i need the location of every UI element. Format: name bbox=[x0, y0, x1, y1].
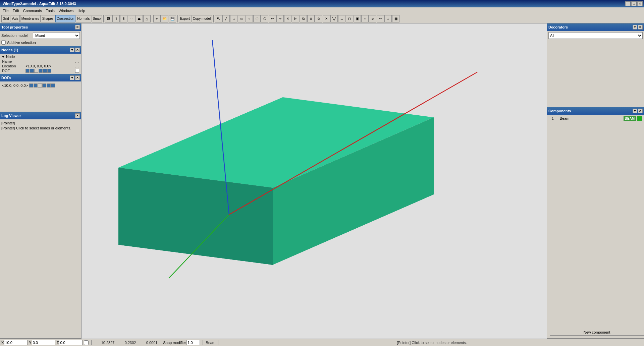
maximize-button[interactable]: □ bbox=[631, 1, 637, 6]
line-tool-btn[interactable]: ╱ bbox=[222, 15, 230, 22]
y-input[interactable] bbox=[32, 340, 55, 345]
toolbar-icon-btn4[interactable]: ↔ bbox=[128, 15, 135, 22]
menu-item-windows[interactable]: Windows bbox=[57, 8, 76, 13]
redo-btn[interactable]: ↪ bbox=[276, 15, 284, 22]
x-label: X bbox=[1, 341, 4, 345]
dof-box-1[interactable] bbox=[25, 69, 30, 73]
rect2-tool-btn[interactable]: ▭ bbox=[238, 15, 245, 22]
export-button[interactable]: Export bbox=[179, 15, 191, 22]
tool-properties-panel: Tool properties ✕ Selection model Mixed … bbox=[0, 23, 81, 46]
toolbar-grid-btn[interactable]: Grid bbox=[1, 15, 10, 22]
dofs-close-btn[interactable]: ✕ bbox=[75, 75, 80, 80]
additive-selection-checkbox[interactable] bbox=[1, 40, 6, 45]
x-input[interactable] bbox=[4, 340, 28, 345]
toolbar-icon-btn1[interactable]: 🖼 bbox=[105, 15, 112, 22]
copy-model-button[interactable]: Copy model bbox=[192, 15, 212, 22]
tool1-btn[interactable]: ⫸ bbox=[292, 15, 299, 22]
location-edit-btn[interactable]: … bbox=[75, 64, 79, 68]
status-checkbox[interactable] bbox=[84, 340, 89, 345]
toolbar-axis-btn[interactable]: Axis bbox=[11, 15, 20, 22]
snap-input[interactable] bbox=[186, 340, 200, 345]
components-expand-btn[interactable]: ▼ bbox=[633, 109, 637, 113]
components-panel: Components ▼ ✕ - 1 Beam BEAM New compone… bbox=[547, 107, 644, 339]
dofs-value: <10.0, 0.0, 0.0> bbox=[2, 83, 28, 88]
dofs-content: <10.0, 0.0, 0.0> bbox=[0, 81, 81, 112]
additive-selection-row: Additive selection bbox=[1, 40, 80, 45]
y-coord: Y bbox=[29, 340, 55, 345]
components-close-btn[interactable]: ✕ bbox=[638, 109, 643, 113]
toolbar-icon-btn3[interactable]: ⬇ bbox=[120, 15, 127, 22]
menu-item-tools[interactable]: Tools bbox=[44, 8, 57, 13]
dof-check[interactable] bbox=[75, 69, 79, 73]
minimize-button[interactable]: ─ bbox=[625, 1, 631, 6]
tool6-btn[interactable]: ╲╱ bbox=[330, 15, 338, 22]
nodes-close-btn[interactable]: ✕ bbox=[75, 48, 80, 52]
tool-properties-close-btn[interactable]: ✕ bbox=[75, 25, 80, 30]
dofs-box-2[interactable] bbox=[34, 83, 38, 88]
decorators-expand-btn[interactable]: ▼ bbox=[633, 25, 637, 30]
dofs-box-5[interactable] bbox=[47, 83, 51, 88]
name-edit-btn[interactable]: … bbox=[75, 59, 79, 63]
dofs-box-1[interactable] bbox=[29, 83, 33, 88]
undo2-btn[interactable]: ↩ bbox=[269, 15, 276, 22]
toolbar-undo-btn[interactable]: ↩ bbox=[153, 15, 161, 22]
tool5-btn[interactable]: ✕ bbox=[323, 15, 330, 22]
dof-row: DOF bbox=[1, 68, 80, 73]
node-expander[interactable]: ▼ bbox=[1, 55, 5, 59]
poly-tool-btn[interactable]: ⬡ bbox=[261, 15, 268, 22]
pointer-tool-btn[interactable]: ↖ bbox=[215, 15, 222, 22]
dof-box-5[interactable] bbox=[43, 69, 47, 73]
tool13-btn[interactable]: ⟂ bbox=[384, 15, 392, 22]
new-component-button[interactable]: New component bbox=[550, 329, 644, 336]
y-label: Y bbox=[29, 341, 31, 345]
tool8-btn[interactable]: ⊓ bbox=[346, 15, 353, 22]
tool4-btn[interactable]: ⊘ bbox=[315, 15, 322, 22]
tool11-btn[interactable]: ⌀ bbox=[369, 15, 376, 22]
toolbar-crossection-btn[interactable]: Crossection bbox=[55, 15, 76, 22]
dofs-box-3[interactable] bbox=[38, 83, 42, 88]
dofs-box-6[interactable] bbox=[51, 83, 55, 88]
menu-item-help[interactable]: Help bbox=[75, 8, 87, 13]
log-viewer-close-btn[interactable]: ✕ bbox=[75, 113, 80, 118]
component-num: 1 bbox=[552, 116, 558, 120]
tool7-btn[interactable]: ⊥ bbox=[338, 15, 345, 22]
z-input[interactable] bbox=[59, 340, 83, 345]
menu-item-commands[interactable]: Commands bbox=[21, 8, 44, 13]
toolbar-open-btn[interactable]: 📂 bbox=[161, 15, 168, 22]
delete-btn[interactable]: ✕ bbox=[284, 15, 291, 22]
decorators-select[interactable]: All bbox=[548, 32, 643, 39]
toolbar-snap-btn[interactable]: Snap bbox=[92, 15, 102, 22]
tool2-btn[interactable]: ⧉ bbox=[300, 15, 307, 22]
toolbar-save-btn[interactable]: 💾 bbox=[169, 15, 176, 22]
tool9-btn[interactable]: ▣ bbox=[354, 15, 361, 22]
tool10-btn[interactable]: ↔ bbox=[361, 15, 369, 22]
toolbar-normals-btn[interactable]: Normals bbox=[76, 15, 91, 22]
viewport[interactable] bbox=[82, 23, 547, 339]
arc-tool-btn[interactable]: ◷ bbox=[253, 15, 261, 22]
toolbar-membranes-btn[interactable]: Membranes bbox=[20, 15, 41, 22]
location-row: Location <10.0, 0.0, 0.0> … bbox=[1, 64, 80, 68]
tool12-btn[interactable]: ✏ bbox=[377, 15, 384, 22]
dof-box-4[interactable] bbox=[39, 69, 43, 73]
dof-box-3[interactable] bbox=[34, 69, 38, 73]
toolbar-shapes-btn[interactable]: Shapes bbox=[41, 15, 55, 22]
selection-model-select[interactable]: Mixed Nodes Elements bbox=[33, 32, 80, 39]
tool14-btn[interactable]: ▦ bbox=[392, 15, 399, 22]
toolbar-icon-btn6[interactable]: △ bbox=[143, 15, 151, 22]
tool3-btn[interactable]: ⊕ bbox=[307, 15, 315, 22]
dof-box-2[interactable] bbox=[30, 69, 34, 73]
dof-box-6[interactable] bbox=[47, 69, 51, 73]
menu-item-edit[interactable]: Edit bbox=[11, 8, 21, 13]
circle-tool-btn[interactable]: ○ bbox=[246, 15, 253, 22]
dofs-collapse-btn[interactable]: ▼ bbox=[70, 75, 74, 80]
component-dash: - bbox=[549, 116, 550, 120]
decorators-close-btn[interactable]: ✕ bbox=[638, 25, 643, 30]
menu-item-file[interactable]: File bbox=[1, 8, 11, 13]
close-button[interactable]: ✕ bbox=[637, 1, 643, 6]
toolbar-icon-group1: 🖼 ⬆ ⬇ ↔ ⏏ △ bbox=[105, 15, 152, 22]
rect-tool-btn[interactable]: □ bbox=[230, 15, 237, 22]
toolbar-icon-btn2[interactable]: ⬆ bbox=[112, 15, 120, 22]
nodes-collapse-btn[interactable]: ▼ bbox=[70, 48, 74, 52]
dofs-box-4[interactable] bbox=[42, 83, 46, 88]
toolbar-icon-btn5[interactable]: ⏏ bbox=[136, 15, 143, 22]
